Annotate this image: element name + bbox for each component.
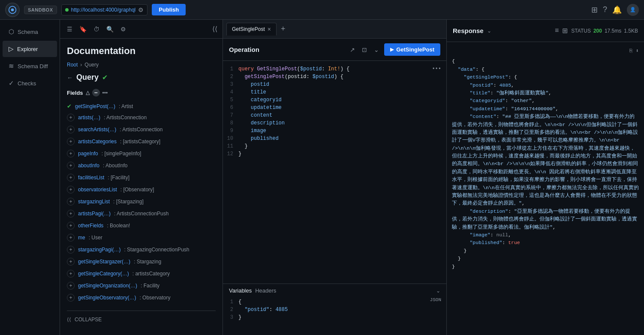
docs-history-icon[interactable]: ⏱: [92, 24, 101, 34]
field-name: getSingleStargazer(…): [78, 259, 130, 265]
response-chevron-icon[interactable]: ⌄: [487, 28, 491, 34]
field-name: artists(…): [78, 115, 100, 121]
run-button[interactable]: ▶ GetSinglePost: [384, 43, 440, 56]
avatar[interactable]: 👤: [627, 4, 639, 16]
field-item-artists[interactable]: + artists(…) : ArtistsConnection: [67, 112, 216, 124]
chevron-icon[interactable]: ⌄: [372, 45, 381, 55]
fields-sort-icon[interactable]: △: [86, 90, 90, 96]
code-editor[interactable]: ••• 1 query GetSinglePost($postid: Int!)…: [223, 61, 446, 284]
code-line-1: 1 query GetSinglePost($postid: Int!) {: [223, 66, 446, 74]
field-item-searchArtists[interactable]: + searchArtists(…) : ArtistsConnection: [67, 124, 216, 136]
docs-bookmark-icon[interactable]: 🔖: [78, 24, 88, 34]
run-button-label: GetSinglePost: [396, 46, 434, 53]
field-item-otherFields[interactable]: + otherFields : Boolean!: [67, 220, 216, 232]
field-name: getSingleCategory(…): [78, 271, 129, 277]
code-line-4: 4 title: [223, 89, 446, 97]
url-bar[interactable]: http://localhost:4000/graphql ⚙: [61, 4, 148, 15]
field-item-artistsPagi[interactable]: + artistsPagi(…) : ArtistsConnectionPush: [67, 208, 216, 220]
code-line-9: 9 image: [223, 128, 446, 136]
json-label: JSON: [430, 297, 441, 302]
field-type: : ArtistsConnection: [120, 127, 163, 133]
field-type: : [artistsCategory]: [120, 139, 160, 145]
operation-label: Operation: [229, 46, 345, 53]
fields-minus-icon[interactable]: −: [92, 89, 100, 97]
field-type: : Artist: [119, 103, 133, 109]
grid-view-icon[interactable]: ⊞: [562, 27, 568, 35]
field-name: otherFields: [78, 223, 103, 229]
bell-icon[interactable]: 🔔: [612, 5, 622, 15]
field-item-stargazingList[interactable]: + stargazingList : [Stargazing]: [67, 196, 216, 208]
variables-header[interactable]: Variables Headers ⌄: [223, 284, 446, 297]
grid-icon[interactable]: ⊞: [591, 5, 598, 15]
download-response-icon[interactable]: ⬇: [636, 47, 639, 55]
sidebar-item-checks[interactable]: ✓ Checks: [3, 75, 57, 91]
field-plus-icon: +: [67, 258, 75, 266]
code-line-12: 12 }: [223, 151, 446, 159]
field-check-icon: ✔: [67, 103, 72, 109]
query-title: Query: [76, 73, 99, 82]
field-item-facilitiesList[interactable]: + facilitiesList : [Facility]: [67, 172, 216, 184]
variables-editor[interactable]: JSON 1 { 2 "postid": 4885 3 }: [223, 297, 446, 335]
url-settings-icon[interactable]: ⚙: [138, 6, 144, 13]
tab-getSinglePost[interactable]: GetSinglePost ×: [226, 23, 277, 36]
var-line-1: 1 {: [223, 299, 446, 307]
sidebar-item-explorer[interactable]: ▷ Explorer: [3, 41, 57, 57]
field-type: : Boolean!: [107, 223, 130, 229]
code-line-10: 10 published: [223, 136, 446, 143]
copy-icon[interactable]: ⊡: [360, 45, 369, 55]
sidebar-item-schema[interactable]: ⬡ Schema: [3, 24, 57, 40]
breadcrumb-root[interactable]: Root: [67, 62, 78, 68]
docs-collapse-icon[interactable]: ⟨⟨: [212, 25, 217, 33]
field-name: getSinglePost(…): [75, 103, 115, 109]
field-item-me[interactable]: + me : User: [67, 232, 216, 244]
share-icon[interactable]: ↗: [348, 45, 357, 55]
field-plus-icon: +: [67, 270, 75, 278]
docs-doc-icon[interactable]: ☰: [65, 24, 74, 34]
docs-panel: ☰ 🔖 ⏱ 🔍 ⚙ ⟨⟨ Documentation Root › Query …: [60, 20, 223, 335]
field-plus-icon: +: [67, 162, 75, 169]
schema-diff-icon: ≋: [9, 62, 14, 70]
headers-label: Headers: [255, 287, 276, 294]
field-type: : Stargazing: [134, 259, 161, 265]
field-item-pageInfo[interactable]: + pageInfo : [singlePageInfo]: [67, 148, 216, 160]
field-item-getSingleStargazer[interactable]: + getSingleStargazer(…) : Stargazing: [67, 256, 216, 268]
fields-more-icon[interactable]: •••: [102, 90, 108, 96]
field-type: : StargazingConnectionPush: [124, 247, 189, 253]
docs-search-icon[interactable]: 🔍: [105, 24, 115, 34]
field-item-getSingleCategory[interactable]: + getSingleCategory(…) : artistsCategory: [67, 268, 216, 280]
field-item-stargazingPagi[interactable]: + stargazingPagi(…) : StargazingConnecti…: [67, 244, 216, 256]
docs-settings-icon[interactable]: ⚙: [119, 24, 128, 34]
help-icon[interactable]: ?: [603, 5, 607, 14]
field-type: : [Stargazing]: [113, 199, 144, 205]
sidebar-item-schema-diff[interactable]: ≋ Schema Diff: [3, 58, 57, 74]
tabs-bar: GetSinglePost × +: [223, 20, 446, 39]
back-arrow-icon[interactable]: ←: [67, 74, 73, 81]
field-name: getSingleOrganization(…): [78, 283, 137, 289]
collapse-all-item[interactable]: ⟨⟨ COLLAPSE: [67, 314, 216, 325]
breadcrumb: Root › Query: [67, 62, 216, 68]
field-plus-icon: +: [67, 174, 75, 181]
field-plus-icon: +: [67, 126, 75, 133]
tab-add-icon[interactable]: +: [278, 24, 288, 34]
field-item-observatoriesList[interactable]: + observatoriesList : [Observatory]: [67, 184, 216, 196]
checks-icon: ✓: [9, 79, 14, 87]
field-plus-icon: +: [67, 198, 75, 205]
copy-response-icon[interactable]: ⎘: [629, 47, 632, 55]
field-type: : artistsCategory: [132, 271, 170, 277]
variables-collapse-icon[interactable]: ⌄: [436, 288, 440, 294]
field-item-getSingleOrganization[interactable]: + getSingleOrganization(…) : Facility: [67, 280, 216, 292]
more-options-icon[interactable]: •••: [432, 66, 441, 72]
filter-icon[interactable]: ≡: [555, 27, 559, 35]
docs-title: Documentation: [67, 45, 216, 57]
field-item-getSingleObservatory[interactable]: + getSingleObservatory(…) : Observatory: [67, 292, 216, 304]
tab-close-icon[interactable]: ×: [268, 26, 271, 33]
response-size: 1.5KB: [624, 28, 638, 34]
field-name: searchArtists(…): [78, 127, 116, 133]
field-item-aboutInfo[interactable]: + aboutInfo : AboutInfo: [67, 160, 216, 172]
field-item-artistsCategories[interactable]: + artistsCategories : [artistsCategory]: [67, 136, 216, 148]
query-check-icon: ✔: [102, 73, 108, 81]
field-item-getSinglePost[interactable]: ✔ getSinglePost(…) : Artist: [67, 101, 216, 112]
response-label: Response: [453, 27, 484, 34]
publish-button[interactable]: Publish: [152, 4, 186, 15]
field-name: pageInfo: [78, 151, 98, 157]
